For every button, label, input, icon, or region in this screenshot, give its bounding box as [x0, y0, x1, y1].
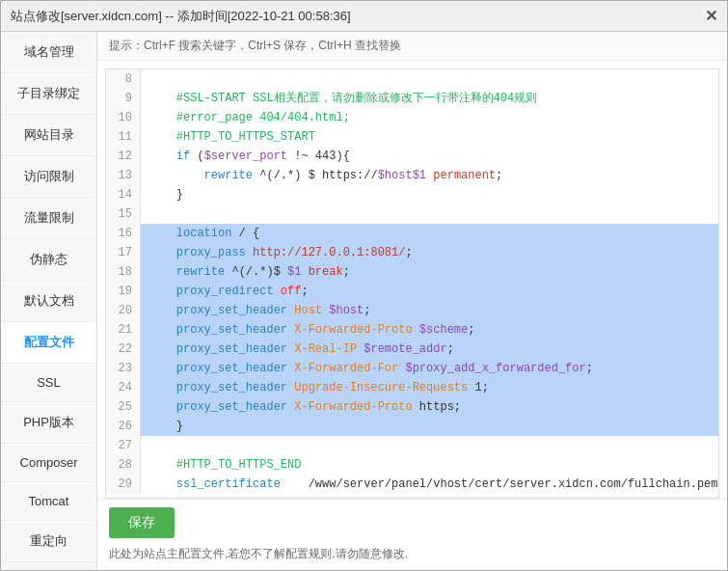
- table-row: 8: [106, 69, 719, 89]
- line-number: 26: [106, 417, 141, 436]
- line-number: 27: [106, 436, 141, 455]
- line-content: proxy_set_header X-Forwarded-Proto $sche…: [141, 320, 719, 340]
- line-number: 11: [106, 127, 141, 147]
- table-row: 24 proxy_set_header Upgrade-Insecure-Req…: [106, 378, 719, 397]
- line-number: 15: [106, 204, 141, 224]
- table-row: 28 #HTTP_TO_HTTPS_END: [106, 455, 719, 475]
- line-content: #error_page 404/404.html;: [141, 108, 719, 127]
- table-row: 14 }: [106, 185, 719, 204]
- table-row: 17 proxy_pass http://127.0.0.1:8081/;: [106, 243, 719, 262]
- line-number: 25: [106, 397, 141, 417]
- sidebar-item-PHP版本[interactable]: PHP版本: [1, 402, 96, 444]
- code-editor: 89 #SSL-START SSL相关配置，请勿删除或修改下一行带注释的404规…: [106, 69, 719, 494]
- sidebar-item-伪静态[interactable]: 伪静态: [1, 239, 96, 281]
- line-number: 9: [106, 89, 141, 108]
- line-content: location / {: [141, 224, 719, 243]
- sidebar-item-域名管理[interactable]: 域名管理: [1, 32, 96, 73]
- line-number: 14: [106, 185, 141, 204]
- line-content: #SSL-START SSL相关配置，请勿删除或修改下一行带注释的404规则: [141, 89, 719, 108]
- sidebar-item-SSL[interactable]: SSL: [1, 364, 96, 402]
- table-row: 20 proxy_set_header Host $host;: [106, 301, 719, 320]
- table-row: 18 rewrite ^(/.*)$ $1 break;: [106, 262, 719, 282]
- main-content: 提示：Ctrl+F 搜索关键字，Ctrl+S 保存，Ctrl+H 查找替换 89…: [97, 32, 727, 570]
- line-number: 21: [106, 320, 141, 340]
- line-number: 16: [106, 224, 141, 243]
- line-number: 12: [106, 147, 141, 166]
- line-number: 10: [106, 108, 141, 127]
- content-area: 域名管理子目录绑定网站目录访问限制流量限制伪静态默认文档配置文件SSLPHP版本…: [1, 32, 727, 570]
- sidebar-item-配置文件[interactable]: 配置文件: [1, 322, 96, 364]
- line-content: proxy_set_header X-Forwarded-Proto https…: [141, 397, 719, 417]
- window-title: 站点修改[server.xidcn.com] -- 添加时间[2022-10-2…: [11, 8, 351, 25]
- footer-note: 此处为站点主配置文件,若您不了解配置规则,请勿随意修改.: [109, 547, 408, 560]
- table-row: 15: [106, 204, 719, 224]
- line-content: rewrite ^(/.*) $ https://$host$1 permane…: [141, 166, 719, 185]
- line-number: 28: [106, 455, 141, 475]
- line-content: [141, 204, 719, 224]
- line-content: }: [141, 185, 719, 204]
- table-row: 25 proxy_set_header X-Forwarded-Proto ht…: [106, 397, 719, 417]
- sidebar-item-流量限制[interactable]: 流量限制: [1, 198, 96, 239]
- line-number: 23: [106, 359, 141, 378]
- line-content: [141, 436, 719, 455]
- line-number: 24: [106, 378, 141, 397]
- footer: 保存: [97, 499, 727, 546]
- line-content: ssl_certificate /www/server/panel/vhost/…: [141, 475, 719, 494]
- line-number: 18: [106, 262, 141, 282]
- line-number: 19: [106, 282, 141, 301]
- sidebar-item-访问限制[interactable]: 访问限制: [1, 156, 96, 198]
- line-number: 17: [106, 243, 141, 262]
- sidebar-item-子目录绑定[interactable]: 子目录绑定: [1, 73, 96, 115]
- line-content: #HTTP_TO_HTTPS_END: [141, 455, 719, 475]
- line-content: #HTTP_TO_HTTPS_START: [141, 127, 719, 147]
- table-row: 21 proxy_set_header X-Forwarded-Proto $s…: [106, 320, 719, 340]
- line-content: proxy_redirect off;: [141, 282, 719, 301]
- table-row: 12 if ($server_port !~ 443){: [106, 147, 719, 166]
- table-row: 10 #error_page 404/404.html;: [106, 108, 719, 127]
- sidebar: 域名管理子目录绑定网站目录访问限制流量限制伪静态默认文档配置文件SSLPHP版本…: [1, 32, 97, 570]
- sidebar-item-重定向[interactable]: 重定向: [1, 521, 96, 562]
- code-editor-wrapper[interactable]: 89 #SSL-START SSL相关配置，请勿删除或修改下一行带注释的404规…: [105, 68, 719, 499]
- close-button[interactable]: ✕: [705, 9, 717, 24]
- table-row: 22 proxy_set_header X-Real-IP $remote_ad…: [106, 340, 719, 359]
- table-row: 11 #HTTP_TO_HTTPS_START: [106, 127, 719, 147]
- line-content: if ($server_port !~ 443){: [141, 147, 719, 166]
- line-number: 8: [106, 69, 141, 89]
- line-content: proxy_set_header X-Forwarded-For $proxy_…: [141, 359, 719, 378]
- sidebar-item-默认文档[interactable]: 默认文档: [1, 281, 96, 322]
- table-row: 26 }: [106, 417, 719, 436]
- sidebar-item-Composer[interactable]: Composer: [1, 444, 96, 482]
- table-row: 9 #SSL-START SSL相关配置，请勿删除或修改下一行带注释的404规则: [106, 89, 719, 108]
- hint-text: 提示：Ctrl+F 搜索关键字，Ctrl+S 保存，Ctrl+H 查找替换: [109, 39, 401, 52]
- line-content: }: [141, 417, 719, 436]
- line-number: 13: [106, 166, 141, 185]
- sidebar-item-网站目录[interactable]: 网站目录: [1, 115, 96, 156]
- main-window: 站点修改[server.xidcn.com] -- 添加时间[2022-10-2…: [0, 0, 728, 571]
- table-row: 13 rewrite ^(/.*) $ https://$host$1 perm…: [106, 166, 719, 185]
- line-content: proxy_set_header X-Real-IP $remote_addr;: [141, 340, 719, 359]
- line-number: 29: [106, 475, 141, 494]
- table-row: 27: [106, 436, 719, 455]
- sidebar-item-Tomcat[interactable]: Tomcat: [1, 482, 96, 521]
- line-content: proxy_set_header Upgrade-Insecure-Reques…: [141, 378, 719, 397]
- line-number: 22: [106, 340, 141, 359]
- line-content: proxy_pass http://127.0.0.1:8081/;: [141, 243, 719, 262]
- hint-bar: 提示：Ctrl+F 搜索关键字，Ctrl+S 保存，Ctrl+H 查找替换: [97, 32, 727, 61]
- save-button[interactable]: 保存: [109, 507, 175, 538]
- table-row: 16 location / {: [106, 224, 719, 243]
- line-content: rewrite ^(/.*)$ $1 break;: [141, 262, 719, 282]
- table-row: 23 proxy_set_header X-Forwarded-For $pro…: [106, 359, 719, 378]
- table-row: 19 proxy_redirect off;: [106, 282, 719, 301]
- line-number: 20: [106, 301, 141, 320]
- sidebar-item-反向代理[interactable]: 反向代理: [1, 562, 96, 570]
- line-content: proxy_set_header Host $host;: [141, 301, 719, 320]
- table-row: 29 ssl_certificate /www/server/panel/vho…: [106, 475, 719, 494]
- title-bar: 站点修改[server.xidcn.com] -- 添加时间[2022-10-2…: [1, 1, 727, 32]
- line-content: [141, 69, 719, 89]
